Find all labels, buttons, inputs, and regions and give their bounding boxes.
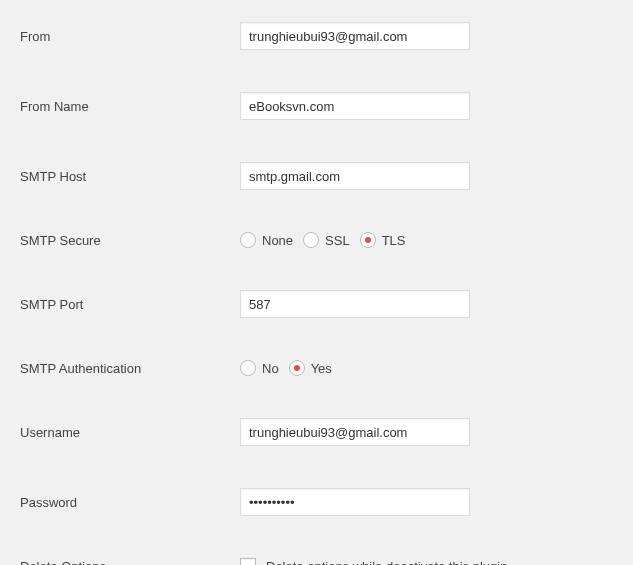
- smtp-secure-label: SMTP Secure: [20, 233, 240, 248]
- radio-label: None: [262, 233, 293, 248]
- delete-options-label: Delete Options: [20, 559, 240, 566]
- smtp-secure-ssl[interactable]: SSL: [303, 232, 350, 248]
- radio-label: TLS: [382, 233, 406, 248]
- smtp-secure-group: None SSL TLS: [240, 232, 406, 248]
- radio-label: No: [262, 361, 279, 376]
- radio-icon: [360, 232, 376, 248]
- from-input[interactable]: [240, 22, 470, 50]
- delete-options-checkbox[interactable]: [240, 558, 256, 565]
- smtp-auth-label: SMTP Authentication: [20, 361, 240, 376]
- password-input[interactable]: [240, 488, 470, 516]
- smtp-secure-none[interactable]: None: [240, 232, 293, 248]
- smtp-auth-yes[interactable]: Yes: [289, 360, 332, 376]
- username-label: Username: [20, 425, 240, 440]
- from-name-label: From Name: [20, 99, 240, 114]
- smtp-port-input[interactable]: [240, 290, 470, 318]
- from-name-input[interactable]: [240, 92, 470, 120]
- smtp-host-input[interactable]: [240, 162, 470, 190]
- smtp-host-label: SMTP Host: [20, 169, 240, 184]
- smtp-auth-no[interactable]: No: [240, 360, 279, 376]
- password-label: Password: [20, 495, 240, 510]
- radio-icon: [289, 360, 305, 376]
- radio-icon: [240, 232, 256, 248]
- radio-icon: [303, 232, 319, 248]
- from-label: From: [20, 29, 240, 44]
- radio-label: SSL: [325, 233, 350, 248]
- smtp-secure-tls[interactable]: TLS: [360, 232, 406, 248]
- delete-options-checkbox-label: Delete options while deactivate this plu…: [266, 559, 511, 566]
- radio-label: Yes: [311, 361, 332, 376]
- radio-icon: [240, 360, 256, 376]
- username-input[interactable]: [240, 418, 470, 446]
- smtp-port-label: SMTP Port: [20, 297, 240, 312]
- smtp-auth-group: No Yes: [240, 360, 332, 376]
